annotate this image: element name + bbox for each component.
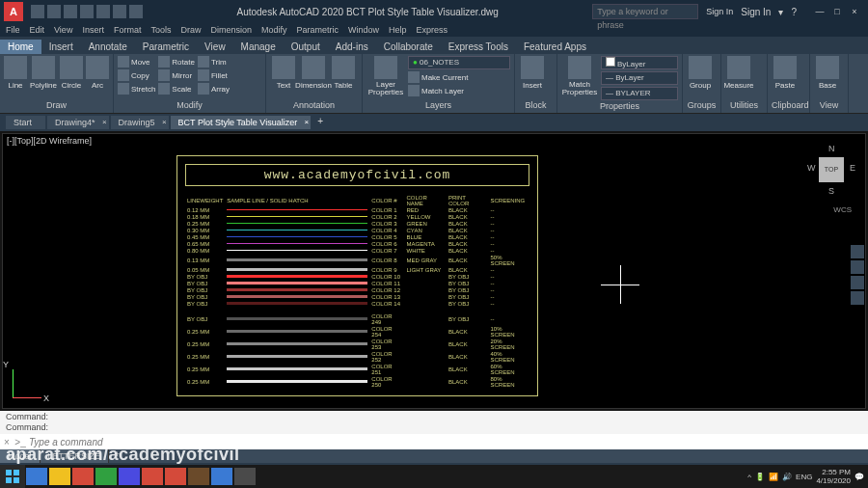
tab-express-tools[interactable]: Express Tools xyxy=(441,40,516,54)
filetab-close-icon[interactable]: × xyxy=(304,118,309,126)
pan-icon[interactable] xyxy=(851,260,864,274)
filetab[interactable]: Start xyxy=(6,116,45,129)
cmd-close-icon[interactable]: × xyxy=(0,437,14,447)
filetab-close-icon[interactable]: × xyxy=(102,118,107,126)
menu-edit[interactable]: Edit xyxy=(30,25,45,35)
menu-insert[interactable]: Insert xyxy=(82,25,104,35)
color-dropdown[interactable]: ByLayer xyxy=(601,56,678,69)
zoom-icon[interactable] xyxy=(851,276,864,289)
command-input[interactable] xyxy=(27,437,868,447)
rotate-button[interactable]: Rotate xyxy=(158,56,195,68)
help-search-input[interactable]: Type a keyword or phrase xyxy=(592,4,698,19)
base-button[interactable]: Base xyxy=(814,56,841,90)
battery-icon[interactable]: 🔋 xyxy=(755,473,765,481)
lang-indicator[interactable]: ENG xyxy=(796,473,812,481)
app-exchange-icon[interactable]: ▾ xyxy=(778,7,783,17)
menu-dimension[interactable]: Dimension xyxy=(210,25,252,35)
wifi-icon[interactable]: 📶 xyxy=(769,473,778,481)
taskbar-app-icon[interactable] xyxy=(142,468,163,485)
insert-button[interactable]: Insert xyxy=(519,56,546,90)
signin-link[interactable]: Sign In xyxy=(706,7,733,16)
layout-add-button[interactable]: + xyxy=(109,449,125,463)
command-line[interactable]: × >_ xyxy=(0,434,868,449)
orbit-icon[interactable] xyxy=(851,291,864,305)
move-button[interactable]: Move xyxy=(118,56,155,68)
viewcube[interactable]: N S E W TOP xyxy=(807,144,855,202)
taskbar-app-icon[interactable] xyxy=(165,468,186,485)
system-clock[interactable]: 2:55 PM4/19/2020 xyxy=(816,468,851,485)
maximize-button[interactable]: □ xyxy=(829,5,845,18)
match-properties-button[interactable]: Match Properties xyxy=(561,56,598,96)
lineweight-dropdown[interactable]: — BYLAYER xyxy=(601,87,678,100)
taskbar-app-icon[interactable] xyxy=(49,468,70,485)
layout-tab[interactable]: Model xyxy=(0,449,41,463)
menu-tools[interactable]: Tools xyxy=(150,25,171,35)
qat-open-icon[interactable] xyxy=(47,5,61,18)
volume-icon[interactable]: 🔊 xyxy=(782,473,792,481)
taskbar-app-icon[interactable] xyxy=(26,468,47,485)
help-icon[interactable]: ? xyxy=(791,7,797,17)
stretch-button[interactable]: Stretch xyxy=(118,83,155,95)
qat-plot-icon[interactable] xyxy=(96,5,110,18)
taskbar-app-icon[interactable] xyxy=(95,468,117,485)
minimize-button[interactable]: — xyxy=(812,5,827,18)
tab-collaborate[interactable]: Collaborate xyxy=(376,40,441,54)
table-button[interactable]: Table xyxy=(330,56,357,90)
filetab-close-icon[interactable]: × xyxy=(162,118,167,126)
tab-parametric[interactable]: Parametric xyxy=(135,40,197,54)
arc-button[interactable]: Arc xyxy=(86,56,109,90)
match-layer-button[interactable]: Match Layer xyxy=(408,85,510,96)
signin-text[interactable]: Sign In xyxy=(741,7,771,17)
line-button[interactable]: Line xyxy=(4,56,27,90)
tab-output[interactable]: Output xyxy=(284,40,328,54)
menu-help[interactable]: Help xyxy=(389,25,407,35)
taskbar-app-icon[interactable] xyxy=(234,468,256,485)
circle-button[interactable]: Circle xyxy=(60,56,83,90)
tab-add-ins[interactable]: Add-ins xyxy=(328,40,376,54)
tab-home[interactable]: Home xyxy=(0,40,41,54)
group-button[interactable]: Group xyxy=(687,56,714,90)
qat-undo-icon[interactable] xyxy=(113,5,126,18)
qat-saveas-icon[interactable] xyxy=(80,5,94,18)
tab-featured-apps[interactable]: Featured Apps xyxy=(516,40,594,54)
fillet-button[interactable]: Fillet xyxy=(198,69,230,81)
start-button[interactable] xyxy=(0,465,25,488)
copy-button[interactable]: Copy xyxy=(118,69,155,81)
filetab[interactable]: BCT Plot Style Table Visualizer× xyxy=(171,116,312,129)
filetab[interactable]: Drawing4*× xyxy=(47,116,109,129)
filetab[interactable]: Drawing5× xyxy=(111,116,169,129)
menu-parametric[interactable]: Parametric xyxy=(297,25,339,35)
menu-file[interactable]: File xyxy=(6,25,20,35)
viewport-label[interactable]: [-][Top][2D Wireframe] xyxy=(7,136,92,146)
menu-express[interactable]: Express xyxy=(417,25,448,35)
polyline-button[interactable]: Polyline xyxy=(30,56,57,90)
model-viewport[interactable]: [-][Top][2D Wireframe] N S E W TOP WCS Y… xyxy=(2,133,866,409)
qat-redo-icon[interactable] xyxy=(129,5,143,18)
qat-save-icon[interactable] xyxy=(64,5,77,18)
tab-manage[interactable]: Manage xyxy=(233,40,284,54)
layout-tab[interactable]: LETTERSIZE xyxy=(41,449,110,463)
layer-properties-button[interactable]: Layer Properties xyxy=(366,56,405,96)
tab-annotate[interactable]: Annotate xyxy=(81,40,135,54)
app-logo[interactable]: A xyxy=(4,2,23,21)
trim-button[interactable]: Trim xyxy=(198,56,230,68)
scale-button[interactable]: Scale xyxy=(158,83,195,95)
menu-format[interactable]: Format xyxy=(114,25,142,35)
menu-draw[interactable]: Draw xyxy=(180,25,201,35)
taskbar-app-icon[interactable] xyxy=(119,468,140,485)
menu-view[interactable]: View xyxy=(54,25,72,35)
close-button[interactable]: × xyxy=(847,5,862,18)
measure-button[interactable]: Measure xyxy=(725,56,752,90)
paste-button[interactable]: Paste xyxy=(772,56,799,90)
tray-up-icon[interactable]: ^ xyxy=(747,473,751,481)
linetype-dropdown[interactable]: — ByLayer xyxy=(601,71,678,85)
taskbar-app-icon[interactable] xyxy=(72,468,94,485)
taskbar-app-icon[interactable] xyxy=(211,468,232,485)
qat-new-icon[interactable] xyxy=(31,5,44,18)
text-button[interactable]: Text xyxy=(270,56,297,90)
menu-window[interactable]: Window xyxy=(348,25,379,35)
notifications-icon[interactable]: 💬 xyxy=(854,473,864,481)
mirror-button[interactable]: Mirror xyxy=(158,69,195,81)
nav-wheel-icon[interactable] xyxy=(851,245,864,258)
taskbar-app-icon[interactable] xyxy=(188,468,209,485)
